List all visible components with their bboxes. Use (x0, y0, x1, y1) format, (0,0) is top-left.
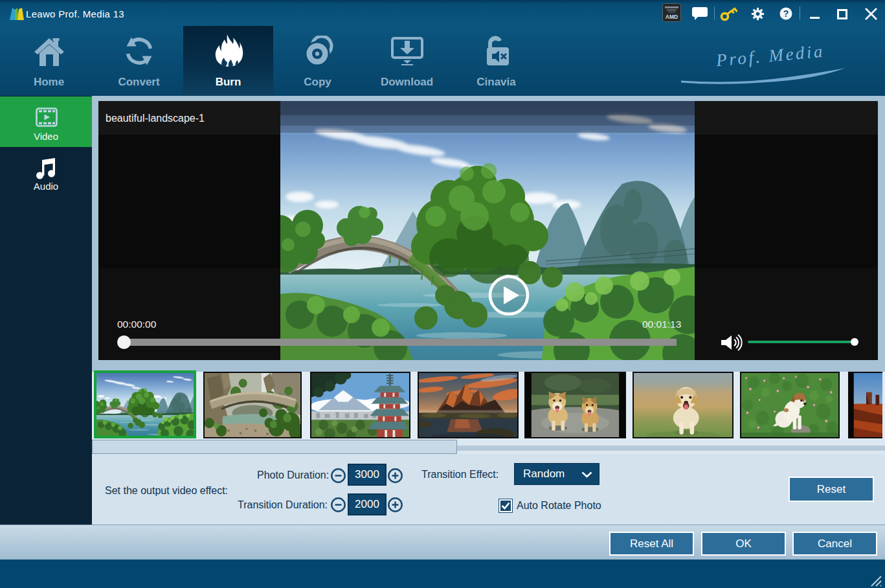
svg-text:?: ? (783, 8, 789, 19)
svg-text:AMD: AMD (666, 14, 678, 20)
